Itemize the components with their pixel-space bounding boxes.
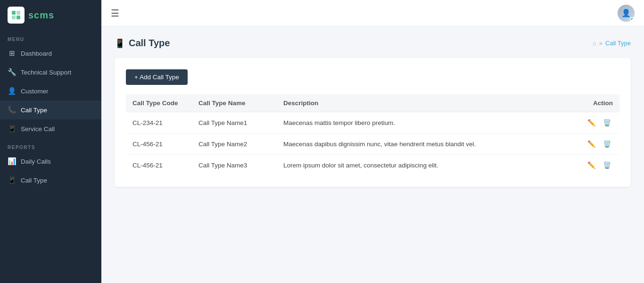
sidebar-item-label: Technical Support <box>21 69 71 76</box>
call-type-table: Call Type Code Call Type Name Descriptio… <box>126 94 619 175</box>
sidebar-item-label: Dashboard <box>21 50 52 57</box>
sidebar-item-call-type-report[interactable]: 📱 Call Type <box>0 171 101 190</box>
cell-code: CL-234-21 <box>126 112 192 133</box>
sidebar-item-service-call[interactable]: 📱 Service Call <box>0 119 101 138</box>
cell-action: ✏️ 🗑️ <box>577 133 619 155</box>
sidebar-item-label: Call Type <box>21 177 47 184</box>
sidebar-item-label: Customer <box>21 88 49 95</box>
table-body: CL-234-21 Call Type Name1 Maecenas matti… <box>126 112 619 176</box>
page-header: 📱 Call Type ⌂ » Call Type <box>115 38 631 49</box>
reports-section-label: REPORTS <box>0 138 101 152</box>
table-row: CL-234-21 Call Type Name1 Maecenas matti… <box>126 112 619 133</box>
edit-button[interactable]: ✏️ <box>586 118 597 127</box>
cell-action: ✏️ 🗑️ <box>577 112 619 133</box>
dashboard-icon: ⊞ <box>8 49 16 58</box>
svg-rect-1 <box>17 11 20 15</box>
wrench-icon: 🔧 <box>8 68 16 76</box>
add-call-type-button[interactable]: + Add Call Type <box>126 69 188 85</box>
sidebar-item-dashboard[interactable]: ⊞ Dashboard <box>0 44 101 63</box>
breadcrumb: ⌂ » Call Type <box>593 40 631 47</box>
hamburger-button[interactable]: ☰ <box>111 8 119 19</box>
phone-icon: 📱 <box>8 176 16 184</box>
main-area: ☰ 👤 📱 Call Type ⌂ » Call Type + Add Call… <box>101 0 644 283</box>
edit-button[interactable]: ✏️ <box>586 160 597 170</box>
cell-description: Maecenas mattis tempor libero pretium. <box>277 112 577 133</box>
svg-rect-0 <box>12 11 16 15</box>
service-call-icon: 📱 <box>8 125 16 133</box>
avatar: 👤 <box>618 5 635 22</box>
main-card: + Add Call Type Call Type Code Call Type… <box>115 58 631 187</box>
logo-text: scms <box>28 10 54 21</box>
cell-description: Lorem ipsum dolor sit amet, consectetur … <box>277 155 577 176</box>
column-header-code: Call Type Code <box>126 94 192 112</box>
column-header-description: Description <box>277 94 577 112</box>
call-type-icon: 📞 <box>8 106 16 114</box>
page-title-icon: 📱 <box>115 38 125 49</box>
sidebar-item-label: Daily Calls <box>21 158 51 165</box>
svg-rect-2 <box>12 16 16 19</box>
cell-description: Maecenas dapibus dignissim nunc, vitae h… <box>277 133 577 155</box>
svg-rect-3 <box>17 16 20 19</box>
chart-icon: 📊 <box>8 157 16 166</box>
menu-section-label: MENU <box>0 30 101 44</box>
sidebar-item-label: Service Call <box>21 125 55 133</box>
cell-name: Call Type Name2 <box>192 133 277 155</box>
customer-icon: 👤 <box>8 87 16 95</box>
sidebar-item-call-type[interactable]: 📞 Call Type <box>0 100 101 119</box>
sidebar-item-technical-support[interactable]: 🔧 Technical Support <box>0 63 101 82</box>
page-title-area: 📱 Call Type <box>115 38 170 49</box>
content-area: 📱 Call Type ⌂ » Call Type + Add Call Typ… <box>101 26 644 283</box>
topbar: ☰ 👤 <box>101 0 644 26</box>
sidebar-logo: scms <box>0 0 101 30</box>
cell-name: Call Type Name1 <box>192 112 277 133</box>
cell-name: Call Type Name3 <box>192 155 277 176</box>
column-header-name: Call Type Name <box>192 94 277 112</box>
delete-button[interactable]: 🗑️ <box>601 118 613 127</box>
sidebar: scms MENU ⊞ Dashboard 🔧 Technical Suppor… <box>0 0 101 283</box>
table-row: CL-456-21 Call Type Name3 Lorem ipsum do… <box>126 155 619 176</box>
breadcrumb-current: Call Type <box>605 40 631 47</box>
breadcrumb-separator: » <box>599 40 603 47</box>
sidebar-item-daily-calls[interactable]: 📊 Daily Calls <box>0 152 101 171</box>
delete-button[interactable]: 🗑️ <box>601 139 613 149</box>
sidebar-item-customer[interactable]: 👤 Customer <box>0 82 101 100</box>
cell-code: CL-456-21 <box>126 133 192 155</box>
page-title: Call Type <box>129 38 170 49</box>
cell-code: CL-456-21 <box>126 155 192 176</box>
edit-button[interactable]: ✏️ <box>586 139 597 149</box>
topbar-right: 👤 <box>618 5 635 22</box>
cell-action: ✏️ 🗑️ <box>577 155 619 176</box>
online-indicator <box>630 17 635 22</box>
column-header-action: Action <box>577 94 619 112</box>
sidebar-item-label: Call Type <box>21 107 47 114</box>
delete-button[interactable]: 🗑️ <box>601 160 613 170</box>
table-row: CL-456-21 Call Type Name2 Maecenas dapib… <box>126 133 619 155</box>
breadcrumb-home-icon: ⌂ <box>593 40 596 47</box>
logo-icon <box>8 7 25 24</box>
table-header-row: Call Type Code Call Type Name Descriptio… <box>126 94 619 112</box>
